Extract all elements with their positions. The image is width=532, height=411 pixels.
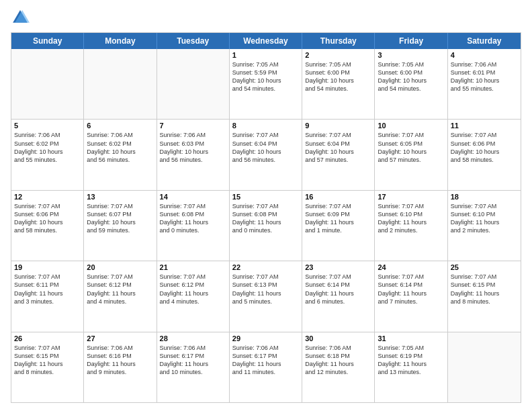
cal-day-empty <box>157 49 230 119</box>
cal-header-saturday: Saturday <box>448 33 521 49</box>
day-number: 24 <box>378 263 444 271</box>
day-number: 19 <box>14 263 81 271</box>
cal-day-12: 12Sunrise: 7:07 AMSunset: 6:06 PMDayligh… <box>11 191 84 261</box>
day-info: Sunrise: 7:05 AMSunset: 6:19 PMDaylight:… <box>378 344 444 377</box>
cal-day-9: 9Sunrise: 7:07 AMSunset: 6:04 PMDaylight… <box>302 120 375 189</box>
cal-day-1: 1Sunrise: 7:05 AMSunset: 5:59 PMDaylight… <box>230 49 302 119</box>
cal-day-31: 31Sunrise: 7:05 AMSunset: 6:19 PMDayligh… <box>375 332 447 402</box>
cal-week-3: 12Sunrise: 7:07 AMSunset: 6:06 PMDayligh… <box>11 191 521 261</box>
day-info: Sunrise: 7:07 AMSunset: 6:15 PMDaylight:… <box>14 344 81 377</box>
cal-day-14: 14Sunrise: 7:07 AMSunset: 6:08 PMDayligh… <box>157 191 230 261</box>
cal-week-1: 1Sunrise: 7:05 AMSunset: 5:59 PMDaylight… <box>11 49 521 120</box>
cal-day-15: 15Sunrise: 7:07 AMSunset: 6:08 PMDayligh… <box>230 191 302 261</box>
day-info: Sunrise: 7:06 AMSunset: 6:18 PMDaylight:… <box>305 344 371 377</box>
day-number: 12 <box>14 193 81 201</box>
day-info: Sunrise: 7:07 AMSunset: 6:10 PMDaylight:… <box>451 202 518 235</box>
day-info: Sunrise: 7:06 AMSunset: 6:02 PMDaylight:… <box>87 131 153 164</box>
day-number: 29 <box>232 334 299 342</box>
day-info: Sunrise: 7:05 AMSunset: 5:59 PMDaylight:… <box>232 60 299 93</box>
cal-day-25: 25Sunrise: 7:07 AMSunset: 6:15 PMDayligh… <box>448 261 521 331</box>
logo-icon <box>11 8 30 27</box>
day-number: 15 <box>232 193 299 201</box>
day-info: Sunrise: 7:06 AMSunset: 6:02 PMDaylight:… <box>14 131 81 164</box>
day-number: 26 <box>14 334 81 342</box>
day-number: 7 <box>160 122 226 130</box>
day-number: 17 <box>378 193 444 201</box>
cal-day-23: 23Sunrise: 7:07 AMSunset: 6:14 PMDayligh… <box>302 261 375 331</box>
day-info: Sunrise: 7:07 AMSunset: 6:04 PMDaylight:… <box>232 131 299 164</box>
cal-day-4: 4Sunrise: 7:06 AMSunset: 6:01 PMDaylight… <box>448 49 521 119</box>
day-number: 30 <box>305 334 371 342</box>
cal-header-wednesday: Wednesday <box>230 33 302 49</box>
day-info: Sunrise: 7:07 AMSunset: 6:05 PMDaylight:… <box>378 131 444 164</box>
day-info: Sunrise: 7:07 AMSunset: 6:15 PMDaylight:… <box>451 273 518 306</box>
day-number: 14 <box>160 193 226 201</box>
cal-day-10: 10Sunrise: 7:07 AMSunset: 6:05 PMDayligh… <box>375 120 447 189</box>
day-number: 21 <box>160 263 226 271</box>
cal-day-24: 24Sunrise: 7:07 AMSunset: 6:14 PMDayligh… <box>375 261 447 331</box>
cal-day-19: 19Sunrise: 7:07 AMSunset: 6:11 PMDayligh… <box>11 261 84 331</box>
cal-day-28: 28Sunrise: 7:06 AMSunset: 6:17 PMDayligh… <box>157 332 230 402</box>
cal-day-7: 7Sunrise: 7:06 AMSunset: 6:03 PMDaylight… <box>157 120 230 189</box>
cal-day-29: 29Sunrise: 7:06 AMSunset: 6:17 PMDayligh… <box>230 332 302 402</box>
cal-day-5: 5Sunrise: 7:06 AMSunset: 6:02 PMDaylight… <box>11 120 84 189</box>
cal-header-sunday: Sunday <box>11 33 84 49</box>
calendar: SundayMondayTuesdayWednesdayThursdayFrid… <box>11 32 521 403</box>
cal-day-30: 30Sunrise: 7:06 AMSunset: 6:18 PMDayligh… <box>302 332 375 402</box>
day-info: Sunrise: 7:07 AMSunset: 6:11 PMDaylight:… <box>14 273 81 306</box>
day-info: Sunrise: 7:07 AMSunset: 6:13 PMDaylight:… <box>232 273 299 306</box>
cal-day-26: 26Sunrise: 7:07 AMSunset: 6:15 PMDayligh… <box>11 332 84 402</box>
day-number: 9 <box>305 122 371 130</box>
cal-day-empty <box>11 49 84 119</box>
cal-week-4: 19Sunrise: 7:07 AMSunset: 6:11 PMDayligh… <box>11 261 521 332</box>
cal-week-5: 26Sunrise: 7:07 AMSunset: 6:15 PMDayligh… <box>11 332 521 402</box>
day-info: Sunrise: 7:07 AMSunset: 6:08 PMDaylight:… <box>232 202 299 235</box>
day-info: Sunrise: 7:05 AMSunset: 6:00 PMDaylight:… <box>378 60 444 93</box>
cal-day-empty <box>448 332 521 402</box>
day-info: Sunrise: 7:07 AMSunset: 6:07 PMDaylight:… <box>87 202 153 235</box>
day-number: 8 <box>232 122 299 130</box>
day-info: Sunrise: 7:07 AMSunset: 6:10 PMDaylight:… <box>378 202 444 235</box>
day-number: 4 <box>451 51 518 59</box>
day-info: Sunrise: 7:07 AMSunset: 6:14 PMDaylight:… <box>305 273 371 306</box>
day-number: 2 <box>305 51 371 59</box>
cal-week-2: 5Sunrise: 7:06 AMSunset: 6:02 PMDaylight… <box>11 120 521 190</box>
day-info: Sunrise: 7:07 AMSunset: 6:12 PMDaylight:… <box>87 273 153 306</box>
logo <box>11 8 32 27</box>
cal-day-21: 21Sunrise: 7:07 AMSunset: 6:12 PMDayligh… <box>157 261 230 331</box>
day-number: 16 <box>305 193 371 201</box>
cal-day-2: 2Sunrise: 7:05 AMSunset: 6:00 PMDaylight… <box>302 49 375 119</box>
day-info: Sunrise: 7:07 AMSunset: 6:14 PMDaylight:… <box>378 273 444 306</box>
day-number: 6 <box>87 122 153 130</box>
day-number: 1 <box>232 51 299 59</box>
day-number: 11 <box>451 122 518 130</box>
day-info: Sunrise: 7:07 AMSunset: 6:04 PMDaylight:… <box>305 131 371 164</box>
day-number: 5 <box>14 122 81 130</box>
day-number: 28 <box>160 334 226 342</box>
day-number: 22 <box>232 263 299 271</box>
day-info: Sunrise: 7:06 AMSunset: 6:17 PMDaylight:… <box>232 344 299 377</box>
day-number: 23 <box>305 263 371 271</box>
day-info: Sunrise: 7:06 AMSunset: 6:01 PMDaylight:… <box>451 60 518 93</box>
cal-day-22: 22Sunrise: 7:07 AMSunset: 6:13 PMDayligh… <box>230 261 302 331</box>
cal-day-17: 17Sunrise: 7:07 AMSunset: 6:10 PMDayligh… <box>375 191 447 261</box>
page: SundayMondayTuesdayWednesdayThursdayFrid… <box>0 0 532 411</box>
day-info: Sunrise: 7:07 AMSunset: 6:12 PMDaylight:… <box>160 273 226 306</box>
day-info: Sunrise: 7:05 AMSunset: 6:00 PMDaylight:… <box>305 60 371 93</box>
cal-day-18: 18Sunrise: 7:07 AMSunset: 6:10 PMDayligh… <box>448 191 521 261</box>
day-info: Sunrise: 7:06 AMSunset: 6:03 PMDaylight:… <box>160 131 226 164</box>
calendar-header-row: SundayMondayTuesdayWednesdayThursdayFrid… <box>11 33 521 49</box>
day-info: Sunrise: 7:07 AMSunset: 6:06 PMDaylight:… <box>451 131 518 164</box>
cal-header-friday: Friday <box>375 33 447 49</box>
day-info: Sunrise: 7:07 AMSunset: 6:08 PMDaylight:… <box>160 202 226 235</box>
day-number: 31 <box>378 334 444 342</box>
day-info: Sunrise: 7:07 AMSunset: 6:09 PMDaylight:… <box>305 202 371 235</box>
cal-header-thursday: Thursday <box>302 33 375 49</box>
day-info: Sunrise: 7:07 AMSunset: 6:06 PMDaylight:… <box>14 202 81 235</box>
cal-day-13: 13Sunrise: 7:07 AMSunset: 6:07 PMDayligh… <box>84 191 157 261</box>
cal-day-20: 20Sunrise: 7:07 AMSunset: 6:12 PMDayligh… <box>84 261 157 331</box>
calendar-body: 1Sunrise: 7:05 AMSunset: 5:59 PMDaylight… <box>11 49 521 402</box>
day-number: 3 <box>378 51 444 59</box>
day-number: 13 <box>87 193 153 201</box>
day-number: 20 <box>87 263 153 271</box>
